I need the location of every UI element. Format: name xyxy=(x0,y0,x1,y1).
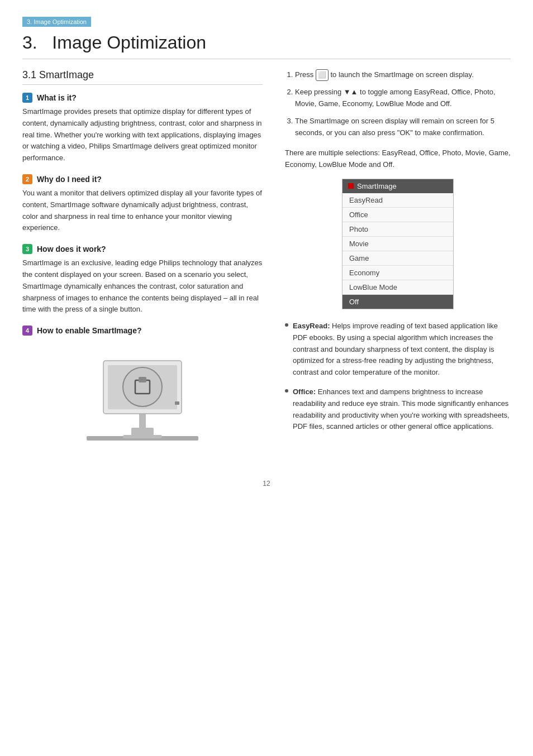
subsection-1-title: What is it? xyxy=(37,93,77,102)
menu-item-economy[interactable]: Economy xyxy=(342,266,453,280)
menu-item-office[interactable]: Office xyxy=(342,208,453,222)
menu-item-easyread[interactable]: EasyRead xyxy=(342,193,453,208)
subsection-4: 4 How to enable SmartImage? xyxy=(22,326,263,453)
subsection-2-body: You want a monitor that delivers optimiz… xyxy=(22,188,263,234)
subsection-3-body: SmartImage is an exclusive, leading edge… xyxy=(22,257,263,315)
top-bar: 3. Image Optimization xyxy=(22,17,91,27)
description-office-text: Office: Enhances text and dampens bright… xyxy=(293,386,511,433)
bullet-dot-easyread xyxy=(285,323,288,327)
menu-item-lowblue[interactable]: LowBlue Mode xyxy=(342,280,453,295)
right-column: Press ⬜ to launch the SmartImage on scre… xyxy=(285,69,511,463)
description-office: Office: Enhances text and dampens bright… xyxy=(285,386,511,433)
two-column-layout: 3.1 SmartImage 1 What is it? SmartImage … xyxy=(22,69,511,463)
subsection-3: 3 How does it work? SmartImage is an exc… xyxy=(22,244,263,315)
description-easyread: EasyRead: Helps improve reading of text … xyxy=(285,320,511,379)
description-easyread-text: EasyRead: Helps improve reading of text … xyxy=(293,320,511,379)
svg-rect-9 xyxy=(123,435,162,438)
section-title: 3.1 SmartImage xyxy=(22,69,263,85)
page-number: 12 xyxy=(22,480,511,487)
descriptions-list: EasyRead: Helps improve reading of text … xyxy=(285,320,511,433)
subsection-1-header: 1 What is it? xyxy=(22,93,263,103)
menu-item-game[interactable]: Game xyxy=(342,251,453,266)
step-3: The SmartImage on screen display will re… xyxy=(295,116,511,139)
bullet-dot-office xyxy=(285,389,288,393)
subsection-1-body: SmartImage provides presets that optimiz… xyxy=(22,106,263,164)
page: 3. Image Optimization 3. Image Optimizat… xyxy=(0,0,533,756)
menu-item-off[interactable]: Off xyxy=(342,295,453,309)
menu-title: SmartImage xyxy=(357,182,397,190)
badge-2: 2 xyxy=(22,174,32,184)
smartimage-menu: SmartImage EasyRead Office Photo Movie G… xyxy=(342,179,454,309)
subsection-2-title: Why do I need it? xyxy=(37,175,102,184)
steps-list: Press ⬜ to launch the SmartImage on scre… xyxy=(285,69,511,138)
multi-select-text: There are multiple selections: EasyRead,… xyxy=(285,147,511,171)
monitor-illustration xyxy=(70,341,215,453)
svg-point-5 xyxy=(123,367,162,406)
badge-4: 4 xyxy=(22,326,32,336)
step-2: Keep pressing ▼▲ to toggle among EasyRea… xyxy=(295,87,511,110)
subsection-3-title: How does it work? xyxy=(37,245,106,253)
subsection-4-title: How to enable SmartImage? xyxy=(37,326,141,335)
subsection-4-header: 4 How to enable SmartImage? xyxy=(22,326,263,336)
smartimage-menu-header: SmartImage xyxy=(342,179,453,193)
left-column: 3.1 SmartImage 1 What is it? SmartImage … xyxy=(22,69,263,463)
badge-1: 1 xyxy=(22,93,32,103)
subsection-2-header: 2 Why do I need it? xyxy=(22,174,263,184)
step-1: Press ⬜ to launch the SmartImage on scre… xyxy=(295,69,511,81)
menu-item-photo[interactable]: Photo xyxy=(342,222,453,237)
chapter-title: 3. Image Optimization xyxy=(22,32,511,59)
menu-item-movie[interactable]: Movie xyxy=(342,237,453,251)
svg-rect-8 xyxy=(175,401,179,405)
menu-dot xyxy=(348,183,354,189)
subsection-3-header: 3 How does it work? xyxy=(22,244,263,254)
badge-3: 3 xyxy=(22,244,32,254)
subsection-1: 1 What is it? SmartImage provides preset… xyxy=(22,93,263,164)
svg-rect-7 xyxy=(139,377,146,382)
subsection-2: 2 Why do I need it? You want a monitor t… xyxy=(22,174,263,234)
